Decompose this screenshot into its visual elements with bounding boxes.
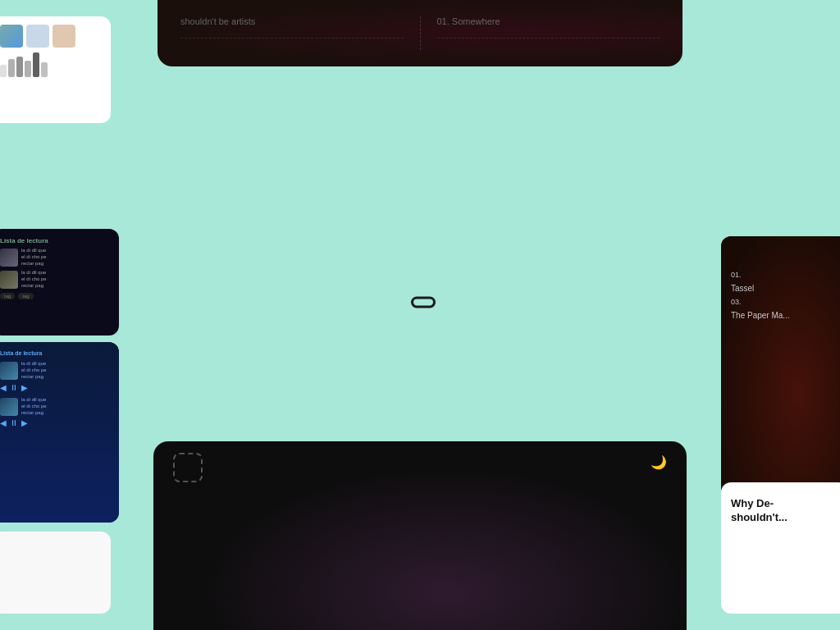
project-name-1: Tassel [731,284,838,293]
card-articles-top: shouldn't be artists 01. Somewhere [158,0,682,66]
left-cards-container: Lista de lectura la di dil queel di cho … [0,107,119,523]
svg-rect-1 [8,59,15,77]
blue-controls-2: ◀ ⏸ ▶ [0,418,111,427]
far-right-title: Why De-shouldn't... [731,497,838,525]
moon-icon[interactable]: 🌙 [651,454,667,470]
card-right-profile: 01. Tassel 03. The Paper Ma... [721,236,840,499]
mobile-card-blue: Lista de lectura la di dil queel di cho … [0,342,119,523]
svg-rect-0 [0,65,7,77]
center-title-block [190,297,650,334]
svg-rect-5 [41,62,48,77]
prev-article-title-1: shouldn't be artists [180,16,404,26]
thumb-3 [52,25,75,48]
card-far-left-bottom [0,532,111,614]
title-ui-kit [411,297,436,308]
svg-rect-3 [25,61,31,77]
card-far-right: Why De-shouldn't... [721,482,840,614]
article-row-1: la di dil queel di cho perectar pag [0,248,111,267]
project-item-1: 01. [731,271,838,279]
thumb-1 [0,25,23,48]
svg-rect-4 [33,52,39,77]
mobile-card-dark: Lista de lectura la di dil queel di cho … [0,229,119,336]
blue-controls: ◀ ⏸ ▶ [0,383,111,392]
blue-card-label: Lista de lectura [0,350,111,356]
tag-row: tag tag [0,293,111,299]
main-title-line [190,297,650,308]
blue-article-2: la di dil queel di cho perectar pag [0,397,111,416]
hero-nav: 🌙 [153,441,687,470]
project-item-2: 03. [731,298,838,306]
credit-line [190,320,650,334]
blue-article-1: la di dil queel di cho perectar pag [0,361,111,380]
hero-dark-card: 🌙 [153,441,687,630]
svg-rect-2 [16,57,23,77]
thumb-2 [26,25,49,48]
mini-chart [0,52,49,77]
thumbnail-row [0,25,103,48]
hero-text-block [153,470,687,519]
project-name-2: The Paper Ma... [731,311,838,320]
prev-article-title-2: 01. Somewhere [437,16,660,26]
reading-list-label: Lista de lectura [0,237,111,244]
article-row-2: la di dil queel di cho perectar pag [0,270,111,289]
